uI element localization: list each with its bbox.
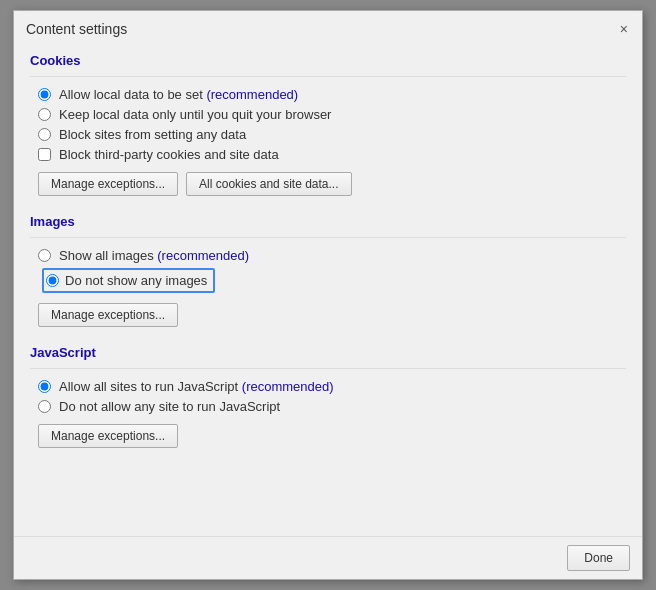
block-third-party-label: Block third-party cookies and site data	[59, 147, 279, 162]
selected-radio-highlight: Do not show any images	[42, 268, 215, 293]
allow-local-recommended: (recommended)	[206, 87, 298, 102]
block-third-party-option[interactable]: Block third-party cookies and site data	[38, 147, 626, 162]
show-all-recommended: (recommended)	[157, 248, 249, 263]
do-not-show-images-label: Do not show any images	[65, 273, 207, 288]
block-sites-label: Block sites from setting any data	[59, 127, 246, 142]
allow-js-recommended: (recommended)	[242, 379, 334, 394]
close-button[interactable]: ×	[618, 22, 630, 36]
all-cookies-button[interactable]: All cookies and site data...	[186, 172, 351, 196]
images-divider	[30, 237, 626, 238]
keep-local-option[interactable]: Keep local data only until you quit your…	[38, 107, 626, 122]
images-buttons: Manage exceptions...	[38, 303, 626, 327]
javascript-section: JavaScript Allow all sites to run JavaSc…	[30, 345, 626, 448]
show-all-images-radio[interactable]	[38, 249, 51, 262]
images-section-title: Images	[30, 214, 626, 229]
cookies-section-title: Cookies	[30, 53, 626, 68]
content-area: Cookies Allow local data to be set (reco…	[14, 43, 642, 536]
cookies-divider	[30, 76, 626, 77]
cookies-section: Cookies Allow local data to be set (reco…	[30, 53, 626, 196]
keep-local-label: Keep local data only until you quit your…	[59, 107, 331, 122]
no-js-label: Do not allow any site to run JavaScript	[59, 399, 280, 414]
content-settings-dialog: Content settings × Cookies Allow local d…	[13, 10, 643, 580]
done-button[interactable]: Done	[567, 545, 630, 571]
javascript-buttons: Manage exceptions...	[38, 424, 626, 448]
no-js-radio[interactable]	[38, 400, 51, 413]
dialog-title: Content settings	[26, 21, 127, 37]
manage-exceptions-js-button[interactable]: Manage exceptions...	[38, 424, 178, 448]
javascript-section-title: JavaScript	[30, 345, 626, 360]
cookies-buttons: Manage exceptions... All cookies and sit…	[38, 172, 626, 196]
keep-local-radio[interactable]	[38, 108, 51, 121]
allow-local-option[interactable]: Allow local data to be set (recommended)	[38, 87, 626, 102]
allow-js-radio[interactable]	[38, 380, 51, 393]
show-all-images-option[interactable]: Show all images (recommended)	[38, 248, 626, 263]
images-section: Images Show all images (recommended) Do …	[30, 214, 626, 327]
allow-js-option[interactable]: Allow all sites to run JavaScript (recom…	[38, 379, 626, 394]
manage-exceptions-cookies-button[interactable]: Manage exceptions...	[38, 172, 178, 196]
do-not-show-images-radio[interactable]	[46, 274, 59, 287]
allow-js-label: Allow all sites to run JavaScript (recom…	[59, 379, 334, 394]
block-third-party-checkbox[interactable]	[38, 148, 51, 161]
dialog-footer: Done	[14, 536, 642, 579]
allow-local-radio[interactable]	[38, 88, 51, 101]
no-js-option[interactable]: Do not allow any site to run JavaScript	[38, 399, 626, 414]
block-sites-option[interactable]: Block sites from setting any data	[38, 127, 626, 142]
title-bar: Content settings ×	[14, 11, 642, 43]
show-all-images-label: Show all images (recommended)	[59, 248, 249, 263]
manage-exceptions-images-button[interactable]: Manage exceptions...	[38, 303, 178, 327]
block-sites-radio[interactable]	[38, 128, 51, 141]
do-not-show-images-option[interactable]: Do not show any images	[36, 268, 626, 293]
allow-local-label: Allow local data to be set (recommended)	[59, 87, 298, 102]
javascript-divider	[30, 368, 626, 369]
